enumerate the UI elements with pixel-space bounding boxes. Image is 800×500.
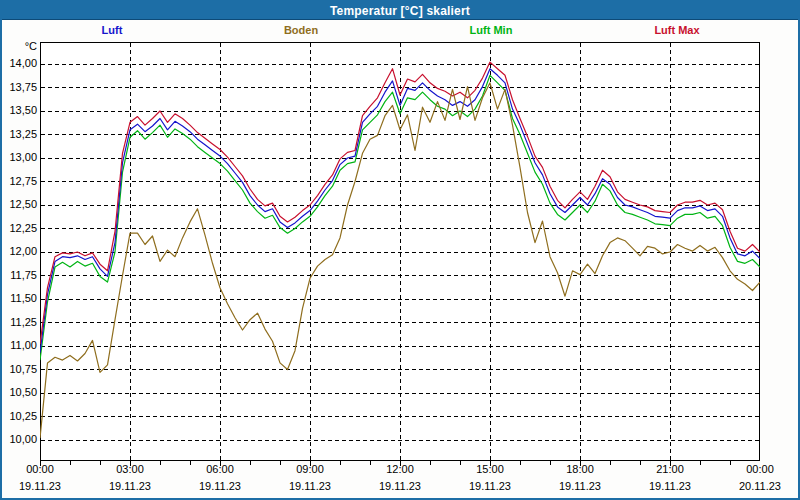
x-axis-date-label: 19.11.23 — [278, 480, 342, 492]
y-axis-tick-label: 12,25 — [3, 222, 37, 234]
y-axis-tick-label: 11,00 — [3, 339, 37, 351]
y-axis-tick-label: 10,50 — [3, 386, 37, 398]
y-axis-tick-label: 13,25 — [3, 128, 37, 140]
y-axis-tick-label: 11,50 — [3, 292, 37, 304]
y-axis-tick-label: 12,75 — [3, 175, 37, 187]
y-axis-tick-label: 13,75 — [3, 81, 37, 93]
legend-item-luft: Luft — [102, 24, 123, 36]
y-axis-tick-label: 13,00 — [3, 151, 37, 163]
x-axis-date-label: 19.11.23 — [548, 480, 612, 492]
legend-item-luft-min: Luft Min — [470, 24, 513, 36]
y-axis-tick-label: 14,00 — [3, 57, 37, 69]
legend-item-boden: Boden — [284, 24, 318, 36]
x-axis-date-label: 19.11.23 — [98, 480, 162, 492]
chart-window: Temperatur [°C] skaliert LuftBodenLuft M… — [0, 0, 800, 500]
y-axis-tick-label: 10,00 — [3, 433, 37, 445]
y-axis-tick-label: 10,25 — [3, 410, 37, 422]
x-axis-date-label: 19.11.23 — [368, 480, 432, 492]
y-axis-tick-label: 12,00 — [3, 245, 37, 257]
window-title: Temperatur [°C] skaliert — [330, 4, 470, 18]
x-axis-date-label: 19.11.23 — [458, 480, 522, 492]
y-axis-tick-label: 10,75 — [3, 363, 37, 375]
legend: LuftBodenLuft MinLuft Max — [0, 24, 800, 40]
legend-item-luft-max: Luft Max — [654, 24, 699, 36]
y-axis-tick-label: 11,75 — [3, 269, 37, 281]
plot-area — [40, 42, 760, 467]
plot-svg — [40, 42, 760, 467]
y-axis-tick-label: 12,50 — [3, 198, 37, 210]
y-axis-tick-label: 13,50 — [3, 104, 37, 116]
title-bar: Temperatur [°C] skaliert — [2, 2, 798, 20]
x-axis-date-label: 19.11.23 — [8, 480, 72, 492]
y-axis-unit-label: °C — [3, 40, 37, 52]
x-axis-date-label: 19.11.23 — [638, 480, 702, 492]
y-axis-tick-label: 11,25 — [3, 316, 37, 328]
x-axis-date-label: 19.11.23 — [188, 480, 252, 492]
x-axis-date-label: 20.11.23 — [728, 480, 792, 492]
